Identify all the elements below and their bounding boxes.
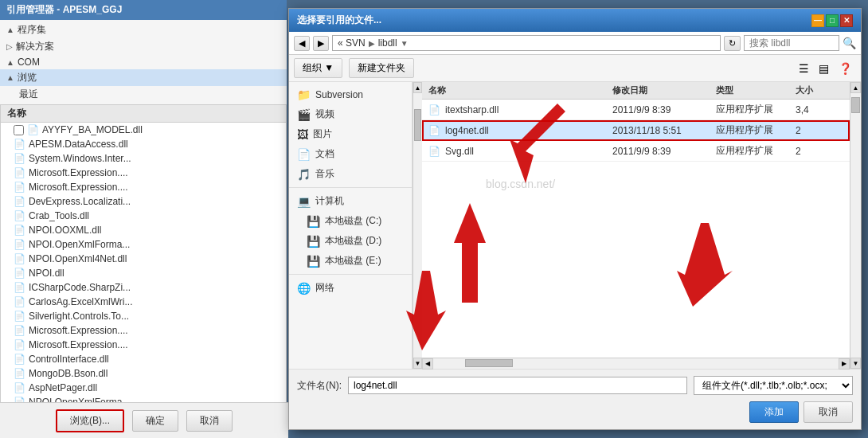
nav-item-label: 文档 bbox=[315, 147, 334, 161]
scroll-down[interactable]: ▼ bbox=[413, 358, 422, 369]
list-item[interactable]: 📄AspNetPager.dll bbox=[1, 381, 286, 395]
scroll-up[interactable]: ▲ bbox=[850, 82, 861, 93]
address-path[interactable]: « SVN ▶ libdll ▼ bbox=[332, 35, 721, 51]
search-icon[interactable]: 🔍 bbox=[843, 37, 856, 49]
nav-video[interactable]: 🎬 视频 bbox=[289, 104, 412, 124]
confirm-button[interactable]: 确定 bbox=[132, 410, 178, 432]
col-size[interactable]: 大小 bbox=[796, 84, 843, 96]
view-details-button[interactable]: ▤ bbox=[815, 60, 833, 77]
filetype-select[interactable]: 组件文件(*.dll;*.tlb;*.olb;*.ocx; bbox=[694, 376, 853, 395]
dialog-titlebar: 选择要引用的文件... — □ ✕ bbox=[289, 9, 861, 32]
file-row[interactable]: 📄 itextsharp.dll 2011/9/9 8:39 应用程序扩展 3,… bbox=[422, 100, 850, 120]
help-button[interactable]: ❓ bbox=[835, 60, 856, 77]
nav-computer[interactable]: 💻 计算机 bbox=[289, 191, 412, 211]
list-item[interactable]: 📄Microsoft.Expression.... bbox=[1, 166, 286, 180]
nav-item-browse[interactable]: ▲ 浏览 bbox=[0, 69, 287, 86]
file-size: 2 bbox=[796, 146, 843, 157]
dialog-bottom: 文件名(N): 组件文件(*.dll;*.tlb;*.olb;*.ocx; 添加… bbox=[289, 369, 861, 429]
list-item[interactable]: 📄CarlosAg.ExcelXmlWri... bbox=[1, 295, 286, 309]
browse-button[interactable]: 浏览(B)... bbox=[56, 409, 124, 432]
col-name[interactable]: 名称 bbox=[428, 84, 612, 96]
nav-documents[interactable]: 📄 文档 bbox=[289, 144, 412, 164]
col-type[interactable]: 类型 bbox=[716, 84, 796, 96]
nav-music[interactable]: 🎵 音乐 bbox=[289, 164, 412, 184]
nav-item-label: Subversion bbox=[315, 89, 363, 100]
filename-input[interactable] bbox=[348, 377, 687, 394]
refresh-button[interactable]: ↻ bbox=[724, 36, 741, 51]
drive-icon: 💾 bbox=[307, 235, 320, 248]
list-item[interactable]: 📄Microsoft.Expression.... bbox=[1, 338, 286, 352]
close-button[interactable]: ✕ bbox=[840, 14, 853, 27]
scroll-right[interactable]: ▶ bbox=[839, 358, 850, 370]
scroll-thumb[interactable] bbox=[851, 97, 860, 113]
list-item[interactable]: 📄System.Windows.Inter... bbox=[1, 151, 286, 166]
maximize-button[interactable]: □ bbox=[826, 14, 839, 27]
list-item[interactable]: 📄Microsoft.Expression.... bbox=[1, 180, 286, 194]
list-item[interactable]: 📄ControlInterface.dll bbox=[1, 352, 286, 366]
list-item[interactable]: 📄MongoDB.Bson.dll bbox=[1, 366, 286, 381]
file-checkbox[interactable] bbox=[14, 125, 24, 135]
list-item[interactable]: 📄Crab_Tools.dll bbox=[1, 209, 286, 223]
file-name: Svg.dll bbox=[445, 146, 474, 157]
file-type-icon: 📄 bbox=[428, 146, 440, 157]
drive-icon: 💾 bbox=[307, 215, 320, 228]
file-scrollbar[interactable]: ▲ ▼ bbox=[850, 82, 861, 369]
dialog-cancel-button[interactable]: 取消 bbox=[803, 401, 853, 423]
list-item[interactable]: 📄Silverlight.Controls.To... bbox=[1, 309, 286, 323]
scroll-up[interactable]: ▲ bbox=[413, 82, 422, 93]
network-icon: 🌐 bbox=[297, 282, 311, 295]
back-button[interactable]: ◀ bbox=[294, 36, 310, 51]
file-row[interactable]: 📄 Svg.dll 2011/9/9 8:39 应用程序扩展 2 bbox=[422, 141, 850, 162]
horiz-scrollbar[interactable]: ◀ ▶ bbox=[422, 358, 850, 369]
list-item[interactable]: 📄Microsoft.Expression.... bbox=[1, 323, 286, 338]
nav-label: 程序集 bbox=[18, 23, 46, 37]
watermark-area: blog.csdn.net/ bbox=[422, 162, 850, 225]
list-item[interactable]: 📄NPOI.OpenXml4Net.dll bbox=[1, 252, 286, 266]
file-name-cell: 📄 log4net.dll bbox=[428, 125, 612, 136]
dialog-actions: 添加 取消 bbox=[297, 401, 853, 423]
file-name: NPOI.dll bbox=[29, 268, 65, 279]
nav-drive-d[interactable]: 💾 本地磁盘 (D:) bbox=[289, 231, 412, 251]
left-panel-title: 引用管理器 - APESM_GGJ bbox=[0, 0, 287, 20]
list-item[interactable]: 📄NPOI.dll bbox=[1, 266, 286, 280]
list-item[interactable]: 📄NPOI.OpenXmlForma... bbox=[1, 237, 286, 252]
scroll-left[interactable]: ◀ bbox=[422, 358, 433, 370]
file-row-selected[interactable]: 📄 log4net.dll 2013/11/18 5:51 应用程序扩展 2 bbox=[422, 120, 850, 141]
nav-item-assemblies[interactable]: ▲ 程序集 bbox=[0, 22, 287, 38]
list-item[interactable]: 📄APESM.DataAccess.dll bbox=[1, 137, 286, 151]
col-date[interactable]: 修改日期 bbox=[612, 84, 716, 96]
nav-item-recent[interactable]: 最近 bbox=[0, 86, 287, 103]
add-button[interactable]: 添加 bbox=[749, 401, 799, 423]
nav-item-solution[interactable]: ▷ 解决方案 bbox=[0, 38, 287, 55]
nav-subversion[interactable]: 📁 Subversion bbox=[289, 85, 412, 104]
minimize-button[interactable]: — bbox=[811, 14, 824, 27]
nav-item-com[interactable]: ▲ COM bbox=[0, 55, 287, 69]
list-item[interactable]: 📄NPOI.OOXML.dll bbox=[1, 223, 286, 237]
organize-button[interactable]: 组织 ▼ bbox=[294, 58, 342, 78]
nav-panel: 📁 Subversion 🎬 视频 🖼 图片 📄 文档 🎵 音乐 💻 bbox=[289, 82, 412, 369]
file-icon: 📄 bbox=[14, 382, 25, 393]
cancel-button[interactable]: 取消 bbox=[186, 410, 233, 432]
file-name: DevExpress.Localizati... bbox=[29, 196, 131, 207]
scroll-down[interactable]: ▼ bbox=[850, 358, 861, 369]
view-change-button[interactable]: ☰ bbox=[795, 60, 813, 77]
file-name: CarlosAg.ExcelXmlWri... bbox=[29, 296, 132, 307]
nav-scrollbar[interactable]: ▲ ▼ bbox=[412, 82, 422, 369]
list-item[interactable]: 📄 AYYFY_BA_MODEL.dll bbox=[1, 123, 286, 137]
forward-button[interactable]: ▶ bbox=[313, 36, 329, 51]
scroll-thumb[interactable] bbox=[465, 359, 513, 367]
list-item[interactable]: 📄DevExpress.Localizati... bbox=[1, 194, 286, 209]
file-name: Microsoft.Expression.... bbox=[29, 182, 128, 193]
path-dropdown: ▼ bbox=[401, 39, 409, 48]
scroll-thumb[interactable] bbox=[414, 109, 421, 141]
search-input[interactable] bbox=[744, 35, 839, 51]
nav-drive-c[interactable]: 💾 本地磁盘 (C:) bbox=[289, 211, 412, 231]
list-item[interactable]: 📄ICSharpCode.SharpZi... bbox=[1, 280, 286, 295]
nav-label: COM bbox=[18, 57, 40, 68]
nav-pictures[interactable]: 🖼 图片 bbox=[289, 124, 412, 144]
separator bbox=[289, 274, 412, 275]
new-folder-button[interactable]: 新建文件夹 bbox=[349, 58, 414, 78]
nav-drive-e[interactable]: 💾 本地磁盘 (E:) bbox=[289, 251, 412, 271]
file-type: 应用程序扩展 bbox=[716, 144, 796, 158]
nav-network[interactable]: 🌐 网络 bbox=[289, 278, 412, 298]
